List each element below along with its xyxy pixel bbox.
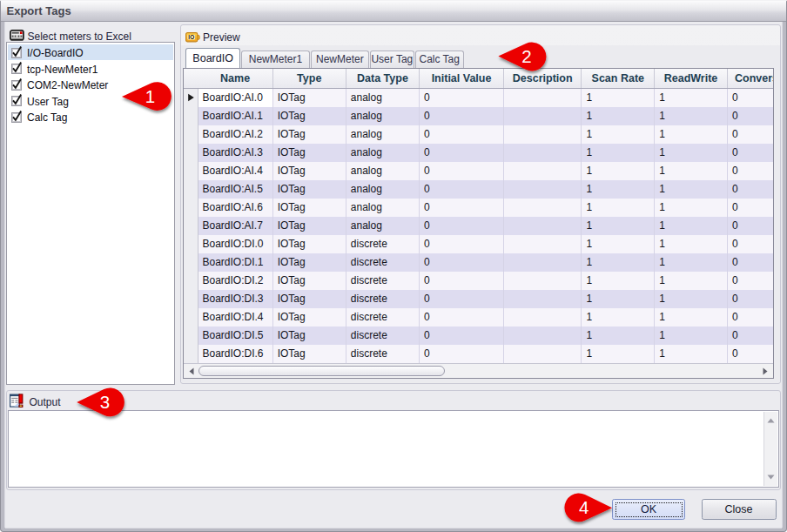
svg-text:IO: IO: [188, 34, 194, 40]
